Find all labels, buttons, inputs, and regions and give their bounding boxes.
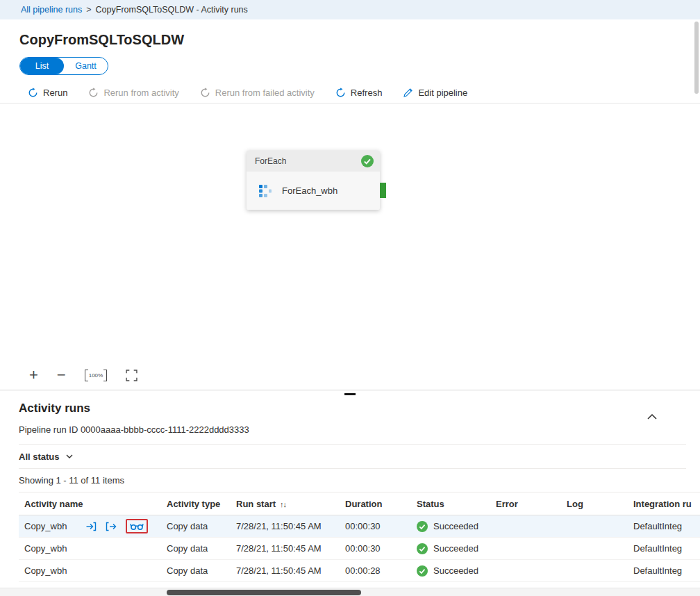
succeeded-check-icon [417, 565, 428, 577]
input-icon[interactable] [85, 521, 97, 532]
status-cell: Succeeded [411, 565, 490, 577]
activity-type-cell: Copy data [161, 521, 231, 531]
status-filter[interactable]: All status [19, 445, 686, 469]
integration-runtime-cell: DefaultInteg [628, 521, 700, 531]
integration-runtime-cell: DefaultInteg [628, 543, 700, 554]
status-text: Succeeded [433, 521, 478, 531]
refresh-icon [335, 88, 346, 98]
activity-runs-section: Activity runs Pipeline run ID 0000aaaa-b… [0, 402, 700, 582]
horizontal-scrollbar[interactable] [0, 588, 700, 596]
horizontal-scrollbar-thumb[interactable] [167, 590, 361, 595]
details-glasses-icon[interactable] [126, 519, 148, 533]
rerun-from-activity-button: Rerun from activity [88, 88, 178, 98]
foreach-activity-node[interactable]: ForEach ForEach_wbh [247, 151, 380, 210]
success-output-port [380, 183, 386, 198]
breadcrumb-separator: > [86, 5, 91, 15]
rerun-from-failed-activity-button: Rerun from failed activity [200, 88, 315, 98]
status-cell: Succeeded [411, 521, 490, 532]
duration-cell: 00:00:30 [340, 521, 411, 531]
status-text: Succeeded [433, 543, 478, 554]
column-header-error[interactable]: Error [490, 499, 561, 509]
column-header-duration[interactable]: Duration [340, 499, 411, 509]
row-action-icons [85, 519, 148, 533]
edit-pipeline-button[interactable]: Edit pipeline [403, 88, 467, 98]
status-text: Succeeded [433, 565, 478, 576]
chevron-down-icon [66, 454, 73, 458]
pipeline-run-id: Pipeline run ID 0000aaaa-bbbb-cccc-1111-… [19, 424, 686, 445]
pipeline-canvas[interactable]: ForEach ForEach_wbh + − 100% [0, 104, 700, 390]
output-icon[interactable] [106, 521, 117, 532]
refresh-button[interactable]: Refresh [335, 88, 383, 98]
activity-name-cell: Copy_wbh [19, 543, 161, 554]
foreach-node-body: ForEach_wbh [247, 172, 380, 210]
rerun-icon [28, 88, 38, 98]
status-filter-label: All status [19, 452, 60, 462]
table-row[interactable]: Copy_wbh Copy data 7/28/21, 11:50:45 AM … [19, 515, 700, 538]
rerun-from-activity-icon [88, 88, 99, 98]
rerun-label: Rerun [43, 88, 67, 98]
activity-name: Copy_wbh [24, 565, 67, 576]
tab-gantt[interactable]: Gantt [64, 58, 108, 74]
run-start-label: Run start [236, 499, 276, 509]
run-start-cell: 7/28/21, 11:50:45 AM [231, 521, 340, 531]
foreach-node-label: ForEach_wbh [282, 185, 338, 196]
activity-type-cell: Copy data [161, 543, 231, 554]
column-header-log[interactable]: Log [561, 499, 628, 509]
activity-type-cell: Copy data [161, 565, 231, 576]
vertical-scrollbar-thumb[interactable] [694, 22, 699, 94]
zoom-reset-icon[interactable]: 100% [85, 370, 107, 381]
items-summary: Showing 1 - 11 of 11 items [19, 475, 700, 488]
rerun-from-activity-label: Rerun from activity [103, 88, 178, 98]
run-start-cell: 7/28/21, 11:50:45 AM [231, 565, 340, 576]
foreach-node-title: ForEach [255, 156, 286, 166]
integration-runtime-cell: DefaultInteg [628, 565, 700, 576]
duration-cell: 00:00:28 [340, 565, 411, 576]
run-start-cell: 7/28/21, 11:50:45 AM [231, 543, 340, 554]
column-header-activity-type[interactable]: Activity type [161, 499, 231, 509]
succeeded-check-icon [361, 155, 374, 167]
column-header-activity-name[interactable]: Activity name [19, 499, 161, 509]
breadcrumb: All pipeline runs > CopyFromSQLToSQLDW -… [0, 0, 700, 19]
foreach-node-header: ForEach [247, 151, 380, 172]
duration-cell: 00:00:30 [340, 543, 411, 554]
breadcrumb-link-all-pipeline-runs[interactable]: All pipeline runs [21, 5, 82, 15]
panel-resize-handle[interactable] [344, 393, 356, 395]
column-header-integration-runtime[interactable]: Integration ru [628, 499, 700, 509]
rerun-button[interactable]: Rerun [28, 88, 67, 98]
canvas-controls: + − 100% [29, 367, 138, 383]
table-header-row: Activity name Activity type Run start↑↓ … [19, 492, 700, 515]
breadcrumb-current: CopyFromSQLToSQLDW - Activity runs [96, 5, 248, 15]
edit-pencil-icon [403, 88, 413, 98]
sort-icon[interactable]: ↑↓ [280, 500, 286, 508]
activity-name: Copy_wbh [24, 521, 67, 531]
activity-runs-heading: Activity runs [19, 402, 700, 415]
succeeded-check-icon [417, 543, 428, 554]
table-row[interactable]: Copy_wbh Copy data 7/28/21, 11:50:45 AM … [19, 538, 700, 560]
refresh-label: Refresh [351, 88, 383, 98]
status-cell: Succeeded [411, 543, 490, 554]
activity-name-cell: Copy_wbh [19, 565, 161, 576]
succeeded-check-icon [417, 521, 428, 532]
column-header-status[interactable]: Status [411, 499, 490, 509]
edit-pipeline-label: Edit pipeline [418, 88, 467, 98]
tab-list[interactable]: List [20, 58, 64, 74]
activity-name-cell: Copy_wbh [19, 519, 161, 533]
toolbar: Rerun Rerun from activity Rerun from fai… [0, 83, 700, 104]
collapse-chevron-up-icon[interactable] [644, 411, 660, 422]
page-title: CopyFromSQLToSQLDW [0, 19, 700, 48]
zoom-to-fit-icon[interactable] [126, 370, 138, 381]
activity-runs-table: Activity name Activity type Run start↑↓ … [19, 492, 700, 582]
view-toggle: List Gantt [19, 57, 108, 75]
rerun-from-failed-activity-label: Rerun from failed activity [215, 88, 315, 98]
foreach-icon [258, 184, 272, 198]
rerun-from-failed-activity-icon [200, 88, 210, 98]
zoom-out-icon[interactable]: − [57, 367, 66, 383]
table-row[interactable]: Copy_wbh Copy data 7/28/21, 11:50:45 AM … [19, 560, 700, 582]
zoom-in-icon[interactable]: + [29, 367, 38, 383]
activity-name: Copy_wbh [24, 543, 67, 554]
column-header-run-start[interactable]: Run start↑↓ [231, 499, 340, 509]
